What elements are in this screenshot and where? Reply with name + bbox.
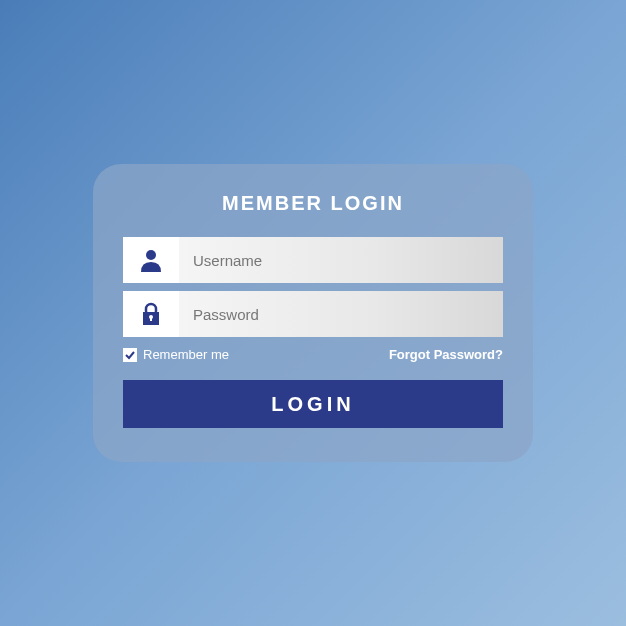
- lock-icon: [123, 291, 179, 337]
- user-icon: [123, 237, 179, 283]
- password-field-box: [179, 291, 503, 337]
- svg-point-0: [146, 250, 156, 260]
- svg-rect-4: [150, 317, 152, 321]
- remember-me-checkbox[interactable]: Remember me: [123, 347, 229, 362]
- panel-title: MEMBER LOGIN: [123, 192, 503, 215]
- login-panel: MEMBER LOGIN: [93, 164, 533, 462]
- checkmark-icon: [123, 348, 137, 362]
- username-field-box: [179, 237, 503, 283]
- username-row: [123, 237, 503, 283]
- forgot-password-link[interactable]: Forgot Password?: [389, 347, 503, 362]
- remember-me-label: Remember me: [143, 347, 229, 362]
- password-input[interactable]: [193, 306, 503, 323]
- password-row: [123, 291, 503, 337]
- username-input[interactable]: [193, 252, 503, 269]
- login-button[interactable]: LOGIN: [123, 380, 503, 428]
- options-row: Remember me Forgot Password?: [123, 347, 503, 362]
